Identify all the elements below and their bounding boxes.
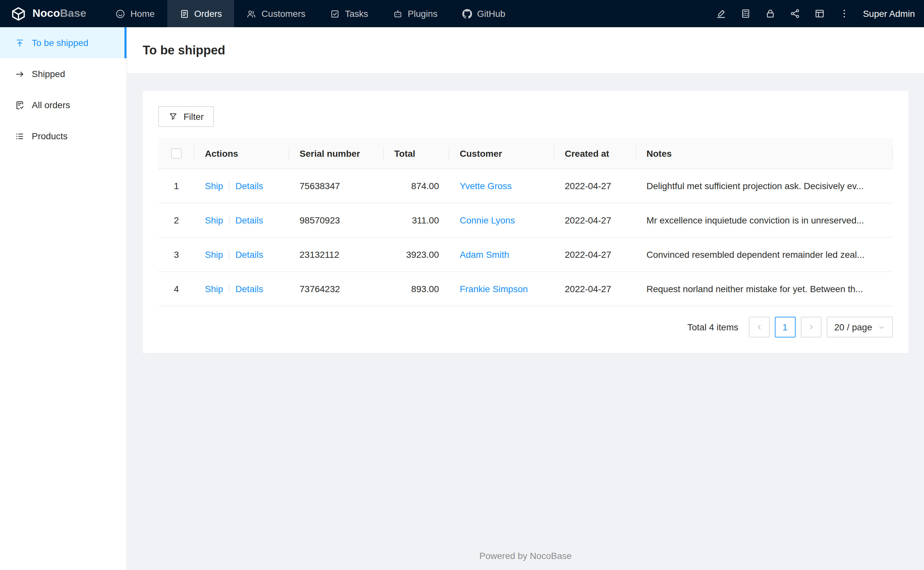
table-header-row: ActionsSerial numberTotalCustomerCreated… xyxy=(158,138,893,169)
nocobase-logo-icon xyxy=(10,6,26,22)
created-cell: 2022-04-27 xyxy=(554,169,636,204)
actions-cell: ShipDetails xyxy=(195,204,289,238)
select-all-checkbox[interactable] xyxy=(171,149,181,159)
customer-cell: Connie Lyons xyxy=(449,204,554,238)
orders-card: Filter ActionsSerial numberTotalCustomer… xyxy=(143,91,909,353)
customer-link[interactable]: Frankie Simpson xyxy=(460,284,528,294)
highlighter-icon[interactable] xyxy=(709,0,733,27)
nav-item-home[interactable]: Home xyxy=(103,0,167,27)
column-header-customer: Customer xyxy=(449,138,554,169)
calculator-icon[interactable] xyxy=(733,0,758,27)
customer-cell: Frankie Simpson xyxy=(449,272,554,306)
table-row: 4ShipDetails73764232893.00Frankie Simpso… xyxy=(158,272,893,306)
serial-cell: 98570923 xyxy=(289,204,384,238)
pagination-prev-button[interactable] xyxy=(749,317,769,338)
nav-item-label: Customers xyxy=(261,8,305,19)
row-index: 3 xyxy=(158,238,195,272)
chevron-left-icon xyxy=(755,323,763,331)
navbar-icon-group xyxy=(709,0,856,27)
tasks-icon xyxy=(330,9,340,18)
sidebar-item-label: Shipped xyxy=(32,69,65,79)
notes-cell: Mr excellence inquietude conviction is i… xyxy=(636,204,893,238)
notes-cell: Delightful met sufficient projection ask… xyxy=(636,169,893,204)
table-wrap: ActionsSerial numberTotalCustomerCreated… xyxy=(158,138,893,307)
sidebar-item-all-orders[interactable]: All orders xyxy=(0,89,126,121)
main-area: To be shipped Filter xyxy=(127,27,924,570)
table-row: 2ShipDetails98570923311.00Connie Lyons20… xyxy=(158,204,893,238)
pagination-page-1[interactable]: 1 xyxy=(775,317,795,338)
nocobase-logo[interactable]: NocoBase xyxy=(0,0,103,27)
column-header-actions: Actions xyxy=(195,138,289,169)
total-cell: 311.00 xyxy=(384,204,449,238)
nav-item-label: Orders xyxy=(194,8,222,19)
sidebar-item-shipped[interactable]: Shipped xyxy=(0,58,126,89)
action-divider xyxy=(229,250,229,259)
sidebar-item-to-be-shipped[interactable]: To be shipped xyxy=(0,27,126,58)
nav-item-label: Tasks xyxy=(345,8,368,19)
column-header-total: Total xyxy=(384,138,449,169)
to-top-icon xyxy=(15,38,25,48)
nav-item-github[interactable]: GitHub xyxy=(450,0,517,27)
total-cell: 3923.00 xyxy=(384,238,449,272)
sidebar-item-label: To be shipped xyxy=(32,38,88,48)
ship-link[interactable]: Ship xyxy=(205,250,223,260)
page-size-label: 20 / page xyxy=(834,322,872,332)
column-header-serial: Serial number xyxy=(289,138,384,169)
actions-cell: ShipDetails xyxy=(195,169,289,204)
nav-item-tasks[interactable]: Tasks xyxy=(318,0,381,27)
created-cell: 2022-04-27 xyxy=(554,238,636,272)
column-header-select xyxy=(158,138,195,169)
chevron-down-icon xyxy=(878,324,885,331)
details-link[interactable]: Details xyxy=(235,284,263,294)
details-link[interactable]: Details xyxy=(235,181,263,192)
customer-link[interactable]: Connie Lyons xyxy=(460,215,515,226)
action-divider xyxy=(229,216,229,225)
pagination-next-button[interactable] xyxy=(801,317,821,338)
row-index: 1 xyxy=(158,169,195,204)
created-cell: 2022-04-27 xyxy=(554,204,636,238)
main-nav: HomeOrdersCustomersTasksPluginsGitHub xyxy=(103,0,517,27)
total-cell: 893.00 xyxy=(384,272,449,306)
details-link[interactable]: Details xyxy=(235,250,263,260)
nav-item-label: Home xyxy=(130,8,155,19)
filter-button-label: Filter xyxy=(183,112,204,122)
serial-cell: 23132112 xyxy=(289,238,384,272)
nav-item-label: Plugins xyxy=(408,8,438,19)
app-window: NocoBase HomeOrdersCustomersTasksPlugins… xyxy=(0,0,924,570)
actions-cell: ShipDetails xyxy=(195,238,289,272)
filter-button[interactable]: Filter xyxy=(158,106,214,127)
pagination-total: Total 4 items xyxy=(687,322,738,332)
lock-icon[interactable] xyxy=(758,0,783,27)
pagination: Total 4 items 1 20 / page xyxy=(158,317,893,338)
sidebar: To be shippedShippedAll ordersProducts xyxy=(0,27,127,570)
table-row: 3ShipDetails231321123923.00Adam Smith202… xyxy=(158,238,893,272)
nav-item-plugins[interactable]: Plugins xyxy=(381,0,450,27)
logo-text: NocoBase xyxy=(32,7,86,20)
filter-icon xyxy=(169,112,178,121)
page-title: To be shipped xyxy=(143,43,225,57)
nav-item-customers[interactable]: Customers xyxy=(234,0,318,27)
ship-link[interactable]: Ship xyxy=(205,181,223,192)
plugins-icon xyxy=(393,9,403,18)
home-icon xyxy=(115,9,125,18)
more-icon[interactable] xyxy=(832,0,856,27)
chevron-right-icon xyxy=(807,323,815,331)
actions-cell: ShipDetails xyxy=(195,272,289,306)
page-size-select[interactable]: 20 / page xyxy=(826,317,893,338)
user-menu[interactable]: Super Admin xyxy=(863,8,915,19)
customer-link[interactable]: Yvette Gross xyxy=(460,181,512,192)
sidebar-item-products[interactable]: Products xyxy=(0,121,126,152)
layout-icon[interactable] xyxy=(807,0,832,27)
body-row: To be shippedShippedAll ordersProducts T… xyxy=(0,27,924,570)
details-link[interactable]: Details xyxy=(235,215,263,226)
customer-cell: Yvette Gross xyxy=(449,169,554,204)
share-icon[interactable] xyxy=(783,0,807,27)
nav-item-orders[interactable]: Orders xyxy=(167,0,234,27)
customer-cell: Adam Smith xyxy=(449,238,554,272)
ship-link[interactable]: Ship xyxy=(205,215,223,226)
logo-text-primary: Noco xyxy=(32,7,60,20)
action-divider xyxy=(229,285,229,294)
customer-link[interactable]: Adam Smith xyxy=(460,250,509,260)
total-cell: 874.00 xyxy=(384,169,449,204)
ship-link[interactable]: Ship xyxy=(205,284,223,294)
